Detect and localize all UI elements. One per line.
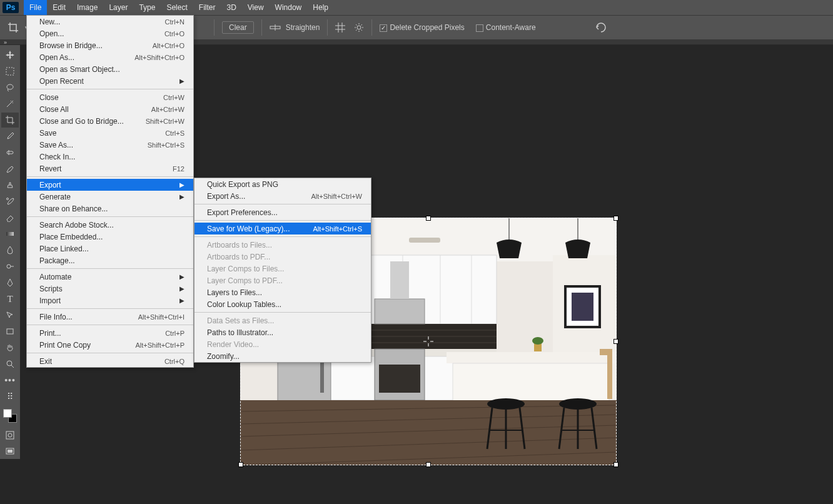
rectangle-tool[interactable]	[1, 324, 19, 339]
export-menu-item-quick-export-as-png[interactable]: Quick Export as PNG	[194, 178, 371, 190]
lasso-tool[interactable]	[1, 80, 19, 95]
straighten-icon[interactable]	[270, 23, 281, 32]
file-menu-item-file-info[interactable]: File Info...Alt+Shift+Ctrl+I	[27, 311, 193, 323]
menu-item-label: Data Sets as Files...	[207, 316, 274, 325]
file-menu-item-save[interactable]: SaveCtrl+S	[27, 127, 193, 139]
crop-handle-tr[interactable]	[613, 216, 618, 221]
file-menu-item-revert[interactable]: RevertF12	[27, 163, 193, 174]
file-menu-item-share-on-behance[interactable]: Share on Behance...	[27, 203, 193, 214]
submenu-arrow-icon: ▶	[179, 193, 184, 200]
file-menu-item-close-all[interactable]: Close AllAlt+Ctrl+W	[27, 103, 193, 115]
menu-item-label: Color Lookup Tables...	[207, 300, 281, 309]
file-menu-item-open-as-smart-object[interactable]: Open as Smart Object...	[27, 63, 193, 75]
blur-tool[interactable]	[1, 243, 19, 258]
svg-point-4	[7, 84, 13, 89]
menu-item-label: Close	[39, 93, 59, 102]
pen-tool[interactable]	[1, 275, 19, 290]
file-menu-item-open[interactable]: Open...Ctrl+O	[27, 28, 193, 39]
file-menu-item-save-as[interactable]: Save As...Shift+Ctrl+S	[27, 139, 193, 151]
expand-tabs-icon[interactable]: »	[4, 39, 7, 46]
file-menu-item-print-one-copy[interactable]: Print One CopyAlt+Shift+Ctrl+P	[27, 339, 193, 351]
menu-image[interactable]: Image	[71, 0, 103, 15]
color-swatch[interactable]	[3, 409, 17, 423]
clone-stamp-tool[interactable]	[1, 178, 19, 193]
path-selection-tool[interactable]	[1, 308, 19, 323]
file-menu-separator	[27, 353, 193, 353]
export-menu-item-paths-to-illustrator[interactable]: Paths to Illustrator...	[194, 326, 371, 338]
export-menu-item-zoomify[interactable]: Zoomify...	[194, 350, 371, 362]
menu-layer[interactable]: Layer	[103, 0, 133, 15]
export-menu-item-save-for-web-legacy[interactable]: Save for Web (Legacy)...Alt+Shift+Ctrl+S	[194, 223, 371, 234]
delete-cropped-checkbox[interactable]: Delete Cropped Pixels	[380, 23, 464, 32]
file-menu-item-search-adobe-stock[interactable]: Search Adobe Stock...	[27, 219, 193, 231]
edit-toolbar[interactable]: ⠿	[1, 389, 19, 404]
magic-wand-tool[interactable]	[1, 96, 19, 111]
file-menu-item-package[interactable]: Package...	[27, 255, 193, 266]
menu-file[interactable]: File	[24, 0, 47, 15]
eyedropper-tool[interactable]	[1, 129, 19, 144]
crop-handle-t[interactable]	[426, 216, 431, 221]
crop-tool[interactable]	[1, 113, 19, 128]
type-tool[interactable]: T	[1, 291, 19, 306]
undo-icon[interactable]	[594, 23, 608, 33]
menu-view[interactable]: View	[242, 0, 270, 15]
menu-type[interactable]: Type	[133, 0, 161, 15]
menu-filter[interactable]: Filter	[193, 0, 221, 15]
file-menu-item-close-and-go-to-bridge[interactable]: Close and Go to Bridge...Shift+Ctrl+W	[27, 115, 193, 127]
screen-mode-toggle[interactable]	[1, 444, 19, 459]
export-menu-item-layers-to-files[interactable]: Layers to Files...	[194, 286, 371, 298]
crop-handle-bl[interactable]	[238, 462, 243, 467]
file-menu-item-open-as[interactable]: Open As...Alt+Shift+Ctrl+O	[27, 51, 193, 63]
menu-item-label: Export As...	[207, 192, 245, 201]
file-menu-item-scripts[interactable]: Scripts▶	[27, 283, 193, 295]
grid-overlay-icon[interactable]	[335, 23, 345, 33]
hand-tool[interactable]	[1, 340, 19, 355]
move-tool[interactable]	[1, 48, 19, 63]
crop-handle-br[interactable]	[613, 462, 618, 467]
zoom-tool[interactable]	[1, 356, 19, 371]
file-menu-item-open-recent[interactable]: Open Recent▶	[27, 75, 193, 87]
export-menu-separator	[194, 220, 371, 221]
file-menu-item-browse-in-bridge[interactable]: Browse in Bridge...Alt+Ctrl+O	[27, 39, 193, 51]
file-menu-item-print[interactable]: Print...Ctrl+P	[27, 327, 193, 339]
file-menu-item-new[interactable]: New...Ctrl+N	[27, 16, 193, 28]
menu-window[interactable]: Window	[270, 0, 308, 15]
more-tools[interactable]: •••	[1, 373, 19, 388]
export-menu-item-export-as[interactable]: Export As...Alt+Shift+Ctrl+W	[194, 190, 371, 202]
eraser-tool[interactable]	[1, 210, 19, 225]
crop-handle-b[interactable]	[426, 462, 431, 467]
file-menu-item-generate[interactable]: Generate▶	[27, 191, 193, 203]
menu-edit[interactable]: Edit	[47, 0, 71, 15]
healing-brush-tool[interactable]	[1, 145, 19, 160]
file-menu-item-check-in[interactable]: Check In...	[27, 151, 193, 163]
menu-item-label: Print...	[39, 329, 61, 338]
file-menu-item-import[interactable]: Import▶	[27, 295, 193, 306]
export-menu-item-color-lookup-tables[interactable]: Color Lookup Tables...	[194, 298, 371, 310]
gradient-tool[interactable]	[1, 226, 19, 241]
menu-help[interactable]: Help	[307, 0, 334, 15]
menu-item-label: Search Adobe Stock...	[39, 221, 114, 229]
clear-button[interactable]: Clear	[222, 21, 254, 34]
menu-select[interactable]: Select	[161, 0, 193, 15]
export-menu-item-export-preferences[interactable]: Export Preferences...	[194, 206, 371, 218]
file-menu-item-place-linked[interactable]: Place Linked...	[27, 243, 193, 255]
crop-handle-r[interactable]	[613, 339, 618, 344]
svg-rect-35	[375, 299, 425, 324]
marquee-tool[interactable]	[1, 64, 19, 79]
content-aware-checkbox[interactable]: Content-Aware	[476, 23, 536, 32]
file-menu-item-exit[interactable]: ExitCtrl+Q	[27, 355, 193, 367]
menu-item-label: Render Video...	[207, 340, 259, 349]
file-menu-item-automate[interactable]: Automate▶	[27, 271, 193, 283]
file-menu-item-place-embedded[interactable]: Place Embedded...	[27, 231, 193, 243]
brush-tool[interactable]	[1, 161, 19, 176]
straighten-label[interactable]: Straighten	[286, 23, 320, 32]
menu-item-label: Export	[39, 181, 61, 189]
gear-icon[interactable]	[354, 23, 364, 33]
menu-item-shortcut: Alt+Shift+Ctrl+O	[134, 54, 184, 61]
file-menu-item-close[interactable]: CloseCtrl+W	[27, 91, 193, 103]
quick-mask-toggle[interactable]	[1, 428, 19, 443]
history-brush-tool[interactable]	[1, 194, 19, 209]
file-menu-item-export[interactable]: Export▶	[27, 179, 193, 191]
dodge-tool[interactable]	[1, 259, 19, 274]
menu-3d[interactable]: 3D	[221, 0, 241, 15]
